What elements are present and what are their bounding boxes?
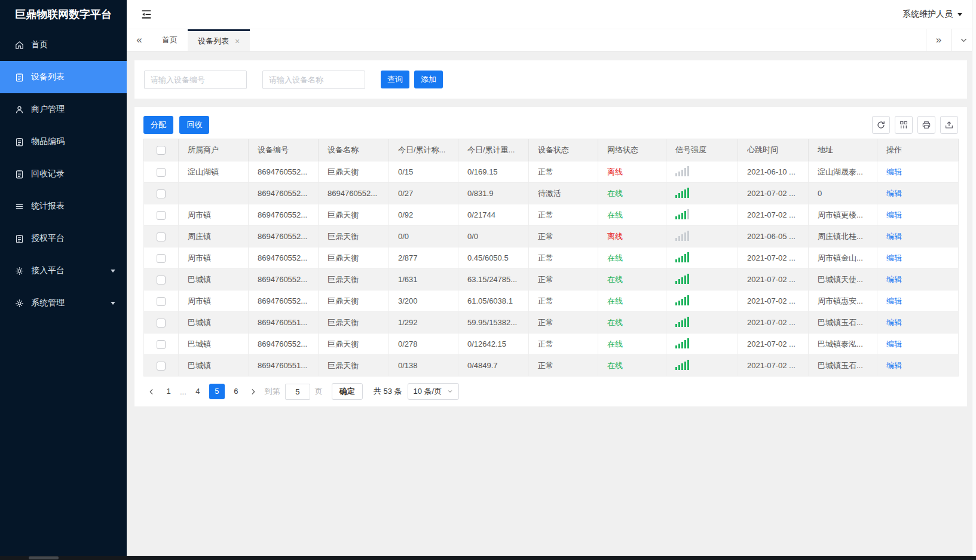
confirm-page-button[interactable]: 确定 (332, 383, 363, 400)
scroll-tabs-left-button[interactable]: « (127, 29, 152, 51)
cell-network-status: 在线 (598, 333, 666, 355)
cell-address: 巴城镇玉石... (809, 355, 877, 377)
recycle-button[interactable]: 回收 (179, 116, 209, 134)
cell-today-count: 3/200 (389, 290, 458, 312)
prev-page-button[interactable] (143, 384, 159, 399)
signal-strength-icon (675, 338, 689, 348)
horizontal-scrollbar[interactable] (0, 556, 976, 560)
edit-link[interactable]: 编辑 (886, 167, 902, 176)
row-checkbox[interactable] (157, 189, 166, 198)
row-checkbox[interactable] (157, 254, 166, 263)
cell-checkbox (144, 226, 179, 247)
page-number-4[interactable]: 4 (190, 384, 206, 399)
tab-home[interactable]: 首页 (152, 29, 188, 51)
assign-button[interactable]: 分配 (143, 116, 173, 134)
edit-link[interactable]: 编辑 (886, 318, 902, 327)
sidebar-item-statistics-report[interactable]: 统计报表 (0, 190, 127, 222)
cell-heartbeat: 2021-07-02 ... (738, 204, 809, 226)
edit-link[interactable]: 编辑 (886, 296, 902, 305)
cell-today-weight: 59.95/15382... (458, 312, 529, 333)
columns-icon (899, 120, 908, 130)
edit-link[interactable]: 编辑 (886, 361, 902, 370)
cell-device-name: 巨鼎天衡 (319, 355, 389, 377)
query-button[interactable]: 查询 (381, 71, 409, 88)
page-unit-label: 页 (315, 386, 323, 397)
cell-network-status: 在线 (598, 183, 666, 204)
page-number-6[interactable]: 6 (228, 384, 244, 399)
sidebar-item-home[interactable]: 首页 (0, 29, 127, 61)
user-menu[interactable]: 系统维护人员 (902, 9, 963, 20)
page-number-5[interactable]: 5 (209, 384, 225, 399)
cell-actions: 编辑 (877, 290, 959, 312)
page-number-1[interactable]: 1 (161, 384, 176, 399)
print-button[interactable] (917, 116, 935, 134)
row-checkbox[interactable] (157, 232, 166, 241)
edit-link[interactable]: 编辑 (886, 210, 902, 219)
vertical-scrollbar[interactable] (972, 0, 976, 560)
sidebar-item-label: 首页 (31, 39, 48, 50)
sidebar-item-recycle-records[interactable]: 回收记录 (0, 158, 127, 190)
cell-actions: 编辑 (877, 183, 959, 204)
cell-device-no: 8694760552... (249, 226, 319, 247)
sidebar-item-device-list[interactable]: 设备列表 (0, 61, 127, 93)
cell-heartbeat: 2021-06-10 ... (738, 161, 809, 183)
edit-link[interactable]: 编辑 (886, 275, 902, 284)
app-title: 巨鼎物联网数字平台 (0, 0, 127, 29)
edit-link[interactable]: 编辑 (886, 339, 902, 348)
cell-today-weight: 0.45/6050.5 (458, 247, 529, 269)
row-checkbox[interactable] (157, 319, 166, 328)
cell-actions: 编辑 (877, 269, 959, 290)
row-checkbox[interactable] (157, 340, 166, 349)
sidebar-item-item-code[interactable]: 物品编码 (0, 126, 127, 158)
cell-signal (666, 333, 738, 355)
page-size-select[interactable]: 10 条/页 (408, 383, 460, 400)
collapse-sidebar-icon[interactable] (140, 8, 153, 21)
cell-network-status: 在线 (598, 312, 666, 333)
caret-down-icon (957, 11, 963, 17)
add-button[interactable]: 添加 (414, 71, 443, 88)
cell-device-status: 正常 (529, 204, 598, 226)
cell-checkbox (144, 269, 179, 290)
row-checkbox[interactable] (157, 297, 166, 306)
user-name: 系统维护人员 (902, 9, 953, 20)
sidebar-item-authorization-platform[interactable]: 授权平台 (0, 222, 127, 255)
sidebar-item-system-management[interactable]: 系统管理 (0, 287, 127, 319)
signal-strength-icon (675, 252, 689, 262)
scrollbar-thumb[interactable] (29, 556, 59, 559)
device-no-input[interactable] (144, 71, 247, 89)
caret-down-icon (110, 300, 116, 306)
edit-link[interactable]: 编辑 (886, 253, 902, 262)
tab-home-label: 首页 (162, 35, 178, 45)
row-checkbox[interactable] (157, 168, 166, 177)
column-header-device-name: 设备名称 (319, 139, 389, 161)
cell-merchant: 周庄镇 (179, 226, 249, 247)
row-checkbox[interactable] (157, 276, 166, 284)
column-header-actions: 操作 (877, 139, 959, 161)
edit-link[interactable]: 编辑 (886, 189, 902, 198)
cell-today-count: 1/292 (389, 312, 458, 333)
columns-button[interactable] (895, 116, 913, 134)
tab-close-icon[interactable]: × (235, 37, 240, 45)
cell-heartbeat: 2021-07-02 ... (738, 247, 809, 269)
cell-signal (666, 226, 738, 247)
row-checkbox[interactable] (157, 362, 166, 371)
tab-device-list[interactable]: 设备列表 × (188, 29, 250, 51)
edit-link[interactable]: 编辑 (886, 232, 902, 241)
select-all-checkbox[interactable] (157, 146, 166, 155)
cell-network-status: 离线 (598, 226, 666, 247)
caret-down-icon (110, 268, 116, 274)
cell-signal (666, 312, 738, 333)
device-name-input[interactable] (262, 71, 365, 89)
row-checkbox[interactable] (157, 211, 166, 220)
export-button[interactable] (940, 116, 958, 134)
goto-page-input[interactable] (285, 384, 310, 400)
cell-checkbox (144, 204, 179, 226)
next-page-button[interactable] (246, 384, 261, 399)
sidebar-item-merchant-management[interactable]: 商户管理 (0, 93, 127, 126)
cell-device-name: 巨鼎天衡 (319, 333, 389, 355)
sidebar-item-access-platform[interactable]: 接入平台 (0, 255, 127, 287)
cell-today-weight: 0/21744 (458, 204, 529, 226)
cell-network-status: 在线 (598, 269, 666, 290)
refresh-button[interactable] (872, 116, 890, 134)
scroll-tabs-right-button[interactable]: » (926, 29, 951, 51)
